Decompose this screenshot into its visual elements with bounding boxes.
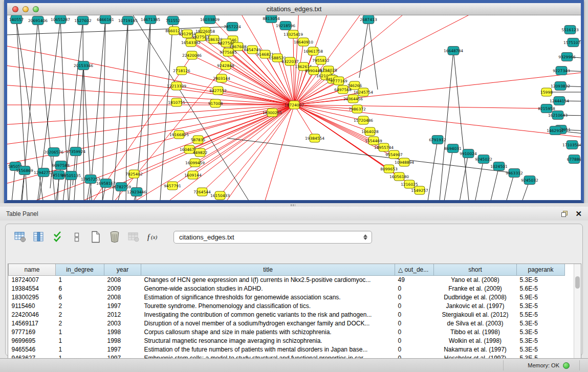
- graph-edge[interactable]: [222, 105, 294, 200]
- table-row[interactable]: 911546021997Tourette syndrome. Phenomeno…: [9, 301, 575, 310]
- trash-icon: [110, 231, 120, 243]
- apply-checks-button[interactable]: [52, 231, 64, 243]
- table-cell: 5.3E-5: [517, 301, 565, 310]
- graph-node-label: 1549257: [411, 188, 428, 193]
- table-selector-value: citations_edges.txt: [177, 233, 363, 241]
- table-row[interactable]: 946554611997Estimation of the future num…: [9, 345, 575, 354]
- graph-node-label: 7955812: [312, 58, 330, 63]
- table-row[interactable]: 1830029562008Estimation of significance …: [9, 293, 575, 301]
- graph-edge[interactable]: [83, 20, 84, 200]
- graph-node-label: 20364456: [343, 97, 363, 101]
- table-cell: Yano et al. (2008): [434, 275, 517, 284]
- float-window-icon: [561, 210, 568, 217]
- splitter-handle-icon[interactable]: [291, 204, 295, 206]
- graph-edge[interactable]: [73, 151, 76, 185]
- table-cell: Jankovic et al. (1997): [434, 301, 517, 310]
- graph-node-label: 13325419: [284, 32, 303, 37]
- graph-node-label: 5516123: [561, 28, 579, 32]
- graph-node-label: 7264544: [193, 190, 211, 194]
- graph-edge[interactable]: [474, 159, 484, 200]
- table-panel-header: Table Panel ✕: [0, 207, 588, 221]
- graph-edge[interactable]: [294, 105, 547, 108]
- graph-edge[interactable]: [459, 154, 468, 200]
- panel-splitter[interactable]: [0, 203, 588, 207]
- table-cell: 0: [395, 301, 434, 310]
- clear-cells-button[interactable]: [71, 231, 83, 243]
- table-scrollbar[interactable]: [574, 264, 581, 361]
- column-browser-icon: [33, 231, 45, 243]
- table-settings-icon: [14, 231, 26, 243]
- delete-table-button[interactable]: [108, 231, 121, 243]
- graph-node-label: 19384554: [305, 136, 324, 141]
- table-cell: 0: [395, 310, 434, 319]
- network-canvas-area[interactable]: 1405572069140610655287152760264661611071…: [7, 15, 581, 200]
- graph-node-label: 16099459: [185, 161, 205, 165]
- graph-node-label: 9245022: [475, 157, 492, 162]
- table-cell: 1: [56, 327, 104, 336]
- table-row[interactable]: 1872400712008Changes of HCN gene express…: [9, 275, 575, 284]
- column-header-year[interactable]: year: [104, 264, 141, 275]
- column-header-short[interactable]: short: [434, 264, 517, 275]
- graph-node-label: 17359924: [66, 149, 85, 154]
- table-scrollbar-thumb[interactable]: [575, 276, 580, 289]
- graph-edge[interactable]: [427, 140, 438, 200]
- table-cell: Corpus callosum shape and size in male p…: [141, 327, 395, 336]
- graph-node-label: 15720486: [354, 118, 373, 123]
- graph-edge[interactable]: [368, 19, 378, 90]
- network-graph[interactable]: 1405572069140610655287152760264661611071…: [7, 15, 581, 200]
- graph-node-label: 587835: [191, 138, 206, 142]
- graph-edge[interactable]: [443, 148, 453, 200]
- table-panel: Table Panel ✕: [0, 207, 588, 358]
- graph-node-label: 2803144: [213, 76, 230, 81]
- graph-node-label: 1064028: [361, 129, 379, 134]
- table-settings-button[interactable]: [14, 231, 26, 243]
- new-table-button[interactable]: [90, 231, 102, 243]
- table-row[interactable]: 2242004622012Investigating the contribut…: [9, 310, 575, 319]
- graph-node-label: 8215958: [538, 106, 555, 111]
- graph-node-label: 1216025: [401, 182, 418, 187]
- column-header-name[interactable]: name: [9, 264, 56, 275]
- graph-node-label: 17103504: [562, 143, 581, 147]
- graph-edge[interactable]: [226, 65, 294, 105]
- graph-edge[interactable]: [453, 51, 469, 200]
- graph-node-label: 15998: [540, 90, 553, 95]
- graph-edge[interactable]: [263, 105, 294, 200]
- table-row[interactable]: 977716911998Corpus callosum shape and si…: [9, 327, 575, 336]
- graph-edge[interactable]: [7, 105, 294, 125]
- column-header-pagerank[interactable]: pagerank: [517, 264, 565, 275]
- table-selector-dropdown[interactable]: citations_edges.txt: [173, 231, 372, 244]
- column-browser-button[interactable]: [33, 231, 45, 243]
- delete-column-button[interactable]: [127, 231, 140, 243]
- graph-edge[interactable]: [125, 105, 294, 200]
- table-cell: 2: [56, 319, 104, 327]
- table-row[interactable]: 969969511998Structural magnetic resonanc…: [9, 336, 575, 345]
- float-panel-button[interactable]: [561, 210, 568, 217]
- table-cell: 0: [395, 327, 434, 336]
- column-header-title[interactable]: title: [141, 264, 395, 275]
- graph-node-label: 9463312: [506, 171, 523, 176]
- window-titlebar[interactable]: citations_edges.txt: [7, 3, 581, 15]
- table-row[interactable]: 1456911722003Disruption of a novel membe…: [9, 319, 575, 327]
- close-panel-button[interactable]: ✕: [575, 210, 582, 217]
- function-builder-button[interactable]: f (x): [146, 231, 162, 243]
- graph-node-label: 8322037: [281, 59, 299, 64]
- graph-node-label: 12923446: [127, 190, 146, 194]
- graph-edge[interactable]: [440, 51, 453, 200]
- table-cell: Investigating the contribution of common…: [141, 310, 395, 319]
- graph-edge[interactable]: [7, 105, 294, 146]
- column-header-filler: [565, 264, 575, 275]
- graph-node-label: 12444154: [550, 99, 569, 103]
- table-cell: Estimation of significance thresholds fo…: [141, 293, 395, 301]
- graph-node-label: 6791912: [429, 138, 446, 142]
- table-row[interactable]: 1938455462009Genome-wide association stu…: [9, 284, 575, 293]
- table-cell: Estimation of the future numbers of pati…: [141, 345, 395, 354]
- column-header-in_degree[interactable]: in_degree: [56, 264, 104, 275]
- memory-ok-indicator[interactable]: [563, 362, 570, 369]
- graph-edge[interactable]: [489, 166, 499, 200]
- graph-edge[interactable]: [160, 20, 173, 200]
- graph-edge[interactable]: [11, 166, 15, 200]
- table-cell: Changes of HCN gene expression and I(f) …: [141, 275, 395, 284]
- graph-node-label: 1609144: [184, 173, 202, 178]
- column-header-out_de[interactable]: △ out_de...: [395, 264, 434, 275]
- table-cell: Franke et al. (2009): [434, 284, 517, 293]
